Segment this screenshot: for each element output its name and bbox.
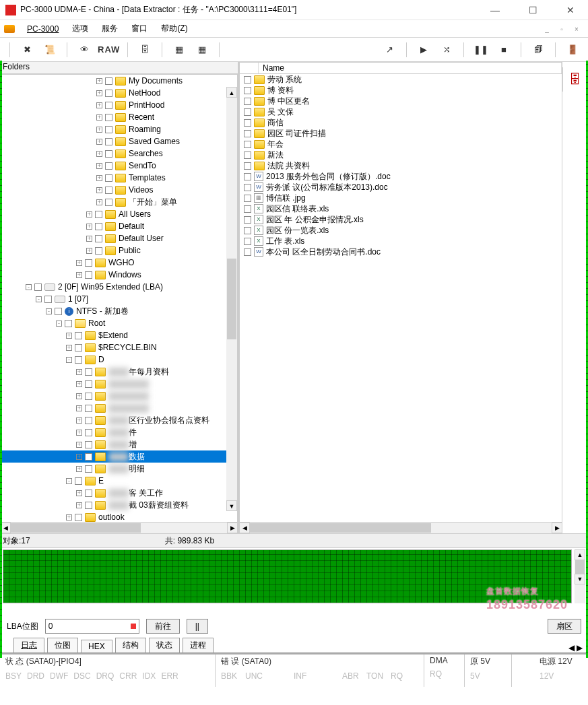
checkbox[interactable] (105, 199, 112, 206)
tree-item[interactable]: +「开始」菜单 (2, 196, 236, 208)
tab-status[interactable]: 状态 (149, 638, 180, 652)
tree-item[interactable]: +outlook (2, 511, 236, 523)
checkbox[interactable] (95, 247, 102, 255)
tree-item[interactable]: +Default User (2, 232, 236, 244)
database-button[interactable]: 🗄 (135, 40, 155, 59)
checkbox[interactable] (244, 108, 251, 116)
list-item[interactable]: 劳动 系统 (240, 74, 562, 85)
checkbox[interactable] (85, 441, 92, 448)
checkbox[interactable] (95, 235, 102, 242)
tree-item[interactable]: +Saved Games (2, 135, 236, 147)
tree-item[interactable]: +xx (2, 390, 236, 402)
expand-toggle[interactable]: - (26, 284, 32, 290)
list-item[interactable]: X园区信 联络表.xls (240, 203, 562, 214)
checkbox[interactable] (244, 119, 251, 127)
expand-toggle[interactable]: + (76, 490, 82, 496)
binoculars-button[interactable]: 👁 (74, 40, 94, 59)
expand-toggle[interactable]: - (36, 296, 42, 302)
tree-item[interactable]: +WGHO (2, 257, 236, 269)
list-item[interactable]: 法院 共资料 (240, 160, 562, 171)
checkbox[interactable] (75, 356, 82, 364)
expand-toggle[interactable]: + (96, 139, 102, 145)
expand-toggle[interactable]: + (96, 114, 102, 121)
tree-item[interactable]: +My Documents (2, 75, 236, 87)
expand-toggle[interactable]: + (76, 381, 82, 387)
tree-item[interactable]: +$Extend (2, 329, 236, 341)
checkbox[interactable] (244, 173, 251, 180)
map2-button[interactable]: ▦ (192, 40, 212, 59)
tree-item[interactable]: +xx件 (2, 426, 236, 438)
checkbox[interactable] (244, 141, 251, 148)
map1-button[interactable]: ▦ (169, 40, 189, 59)
checkbox[interactable] (75, 477, 82, 485)
checkbox[interactable] (85, 429, 92, 436)
list-item[interactable]: 吴 文保 (240, 106, 562, 117)
tree-item[interactable]: +Searches (2, 147, 236, 160)
checkbox[interactable] (244, 238, 251, 245)
menu-options[interactable]: 选项 (65, 22, 95, 36)
tree-hscrollbar[interactable]: ◀ ▶ (0, 523, 238, 533)
expand-toggle[interactable]: + (86, 248, 92, 254)
checkbox[interactable] (244, 205, 251, 213)
list-item[interactable]: X园区 年 公积金申报情况.xls (240, 214, 562, 225)
scroll-down-icon[interactable]: ▼ (226, 500, 237, 511)
tree-item[interactable]: +xx (2, 378, 236, 390)
expand-toggle[interactable]: - (66, 357, 72, 363)
menu-services[interactable]: 服务 (95, 22, 125, 36)
expand-toggle[interactable]: + (96, 151, 102, 157)
checkbox[interactable] (95, 223, 102, 230)
lba-pause-button[interactable]: || (187, 619, 208, 634)
checkbox[interactable] (244, 76, 251, 83)
checkbox[interactable] (244, 152, 251, 159)
tree-item[interactable]: +xx客 关工作 (2, 487, 236, 499)
checkbox[interactable] (44, 296, 52, 303)
checkbox[interactable] (244, 98, 251, 105)
expand-toggle[interactable]: + (96, 127, 102, 133)
expand-toggle[interactable]: + (76, 369, 82, 375)
tree-item[interactable]: +PrintHood (2, 99, 236, 111)
checkbox[interactable] (244, 130, 251, 137)
tree-item[interactable]: +Videos (2, 184, 236, 196)
checkbox[interactable] (244, 195, 251, 202)
list-item[interactable]: X园区 份一览表.xls (240, 225, 562, 236)
checkbox[interactable] (55, 308, 62, 315)
expand-toggle[interactable]: + (76, 260, 82, 266)
goto-button[interactable]: 前往 (146, 619, 180, 634)
checkbox[interactable] (65, 320, 72, 327)
checkbox[interactable] (105, 174, 112, 182)
expand-toggle[interactable]: + (96, 78, 102, 84)
tree-item[interactable]: -Root (2, 317, 236, 329)
scroll-up-icon[interactable]: ▲ (226, 87, 237, 98)
checkbox[interactable] (85, 417, 92, 424)
list-item[interactable]: 新法 (240, 149, 562, 160)
checkbox[interactable] (85, 271, 92, 279)
expand-toggle[interactable]: + (96, 90, 102, 96)
expand-toggle[interactable]: + (66, 345, 72, 351)
tree-item[interactable]: +xx截 03薪资组资料 (2, 499, 236, 511)
exit-button[interactable]: 🚪 (562, 40, 583, 59)
expand-toggle[interactable]: - (46, 308, 52, 314)
list-item[interactable]: 博 资料 (240, 85, 562, 96)
checkbox[interactable] (85, 380, 92, 388)
checkbox[interactable] (75, 332, 82, 339)
expand-toggle[interactable]: + (66, 514, 72, 521)
tree-item[interactable]: +Public (2, 244, 236, 257)
tree-item[interactable]: +xx (2, 402, 236, 414)
expand-toggle[interactable]: + (76, 272, 82, 278)
list-item[interactable]: 园区 司证件扫描 (240, 128, 562, 139)
tree-item[interactable]: +xx数据 (2, 450, 236, 463)
checkbox[interactable] (105, 126, 112, 133)
play-button[interactable]: ▶ (414, 40, 434, 59)
expand-toggle[interactable]: - (66, 478, 72, 484)
checkbox[interactable] (85, 490, 92, 497)
list-item[interactable]: W2013 服务外包合同（修订版）.doc (240, 171, 562, 182)
checkbox[interactable] (105, 102, 112, 109)
expand-toggle[interactable]: + (66, 333, 72, 339)
tree-item[interactable]: +xx增 (2, 438, 236, 450)
tab-hex[interactable]: HEX (81, 640, 112, 652)
tree-item[interactable]: -iNTFS - 新加卷 (2, 305, 236, 317)
scroll-thumb[interactable] (227, 259, 236, 339)
mdi-restore-button[interactable]: ▫ (556, 26, 567, 32)
expand-toggle[interactable]: + (76, 466, 82, 472)
tree-item[interactable]: -D (2, 354, 236, 366)
